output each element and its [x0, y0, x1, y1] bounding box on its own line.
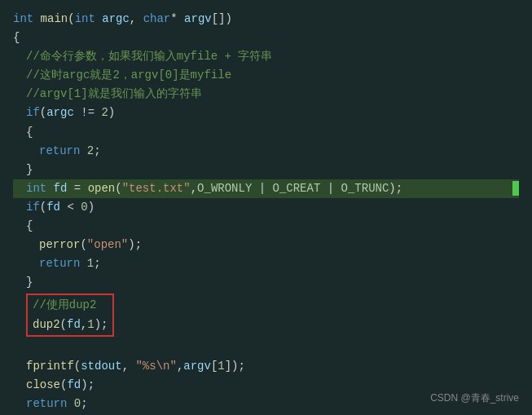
code-text: {	[26, 123, 33, 142]
keyword: int	[26, 179, 54, 198]
function-name: main	[41, 10, 68, 29]
number: 1	[87, 316, 94, 334]
variable: argv	[183, 357, 211, 376]
code-line: fprintf(stdout, "%s\n",argv[1]);	[13, 357, 519, 376]
code-text: (	[80, 236, 86, 254]
keyword: char	[143, 10, 171, 29]
function-name: open	[88, 179, 116, 198]
number: 2	[101, 104, 108, 122]
code-text: }	[26, 273, 33, 292]
code-text: (	[60, 376, 67, 395]
code-editor: int main(int argc, char* argv[]) { //命令行…	[0, 0, 532, 415]
code-line: }	[13, 273, 519, 292]
code-text: <	[60, 198, 81, 217]
code-text: (	[74, 357, 81, 376]
code-line: return 1;	[13, 254, 519, 273]
comment: //使用dup2	[33, 296, 96, 315]
code-text: ;	[81, 395, 87, 413]
code-text: );	[128, 236, 142, 254]
number: 1	[87, 254, 94, 273]
number: 0	[81, 198, 87, 217]
function-name: fprintf	[26, 357, 74, 376]
code-text: ;	[94, 254, 100, 273]
code-line: return 2;	[13, 142, 519, 161]
code-text: (	[60, 316, 67, 334]
keyword: int	[75, 10, 103, 29]
keyword: if	[26, 198, 40, 217]
variable: fd	[54, 179, 68, 198]
variable: fd	[67, 316, 81, 334]
code-text: ;	[94, 142, 100, 161]
string: "test.txt"	[122, 179, 191, 198]
code-text: (	[40, 198, 46, 217]
highlighted-code-line: int fd = open("test.txt",O_WRONLY | O_CR…	[13, 179, 519, 198]
keyword: int	[13, 10, 41, 29]
boxed-comment-line: //使用dup2	[33, 296, 108, 315]
code-line	[13, 338, 519, 357]
function-name: dup2	[33, 316, 60, 334]
keyword: return	[39, 254, 87, 273]
code-text: )	[88, 198, 95, 217]
code-text: );	[389, 179, 402, 198]
code-text: |	[252, 179, 272, 198]
code-text: )	[108, 104, 115, 122]
code-text: ,	[191, 179, 197, 198]
param: argv	[184, 10, 212, 29]
watermark: CSDN @青春_strive	[430, 391, 519, 407]
code-text: }	[26, 161, 33, 179]
number: 2	[87, 142, 94, 161]
variable: stdout	[81, 357, 121, 376]
code-text: (	[68, 10, 74, 29]
keyword: return	[39, 142, 87, 161]
code-text: (	[115, 179, 121, 198]
code-line: //命令行参数，如果我们输入myfile + 字符串	[13, 47, 519, 66]
code-text: ,	[122, 357, 136, 376]
number: 0	[74, 395, 81, 413]
function-name: perror	[39, 236, 80, 254]
code-text: ,	[81, 316, 87, 334]
code-text: |	[320, 179, 341, 198]
comment: //这时argc就是2，argv[0]是myfile	[26, 66, 231, 85]
code-line: {	[13, 29, 519, 47]
code-text: ,	[130, 10, 143, 29]
code-text: ,	[177, 357, 183, 376]
macro: O_WRONLY	[197, 179, 252, 198]
keyword: return	[26, 395, 74, 413]
code-line: {	[13, 123, 519, 142]
code-line: }	[13, 161, 519, 179]
code-line: //argv[1]就是我们输入的字符串	[13, 85, 519, 104]
code-text: (	[40, 104, 46, 122]
code-text: {	[13, 29, 20, 47]
code-text: {	[26, 217, 33, 236]
code-line: {	[13, 217, 519, 236]
code-line: //这时argc就是2，argv[0]是myfile	[13, 66, 519, 85]
variable: fd	[67, 376, 81, 395]
code-text: =	[67, 179, 87, 198]
code-text: *	[170, 10, 184, 29]
string: "%s\n"	[135, 357, 176, 376]
code-line: perror("open");	[13, 236, 519, 254]
comment: //命令行参数，如果我们输入myfile + 字符串	[26, 47, 272, 66]
macro: O_TRUNC	[341, 179, 389, 198]
comment: //argv[1]就是我们输入的字符串	[26, 85, 202, 104]
code-text: [])	[212, 10, 232, 29]
code-line: if(argc != 2)	[13, 104, 519, 122]
number: 1	[218, 357, 224, 376]
code-text: );	[95, 316, 108, 334]
function-name: close	[26, 376, 60, 395]
variable: fd	[46, 198, 60, 217]
variable: argc	[46, 104, 74, 122]
boxed-code-line: dup2(fd,1);	[33, 316, 108, 334]
code-text: !=	[74, 104, 102, 122]
code-text: );	[81, 376, 95, 395]
param: argc	[102, 10, 130, 29]
code-line: int main(int argc, char* argv[])	[13, 10, 519, 29]
code-text: [	[211, 357, 218, 376]
string: "open"	[87, 236, 128, 254]
code-line: if(fd < 0)	[13, 198, 519, 217]
keyword: if	[26, 104, 40, 122]
macro: O_CREAT	[273, 179, 321, 198]
code-text: ]);	[225, 357, 245, 376]
